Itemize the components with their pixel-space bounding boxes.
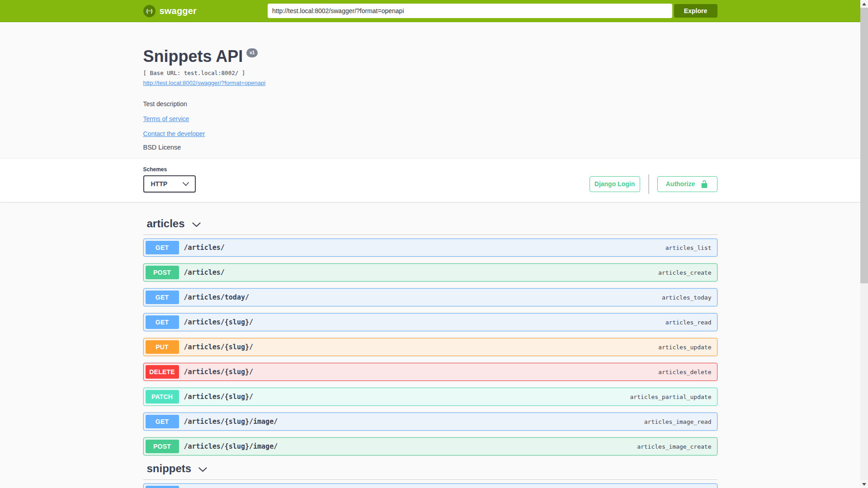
swagger-logo-text: swagger (160, 6, 197, 16)
operation-path: /articles/{slug}/ (184, 318, 254, 326)
scrollbar-up-arrow-icon[interactable] (860, 0, 868, 8)
api-info-section: Snippets API v1 [ Base URL: test.local:8… (143, 22, 717, 158)
method-badge: GET (146, 415, 179, 428)
operation-row[interactable]: GET /articles/ articles_list (143, 239, 717, 257)
terms-of-service-link[interactable]: Terms of service (143, 115, 189, 122)
operations-area: articles GET /articles/ articles_list PO… (143, 202, 717, 488)
operation-row[interactable]: GET /articles/{slug}/image/ articles_ima… (143, 413, 717, 431)
explore-button[interactable]: Explore (674, 4, 717, 18)
authorize-button[interactable]: Authorize (657, 176, 717, 192)
api-description: Test description (143, 100, 717, 108)
operation-id: articles_create (658, 269, 711, 276)
auth-area: Django Login Authorize (590, 175, 717, 192)
scheme-container: Schemes HTTP Django Login Authorize (0, 158, 860, 202)
scheme-select[interactable]: HTTP (143, 175, 196, 192)
operation-row[interactable]: GET /snippets/ snippets_list (143, 483, 717, 488)
method-badge: GET (146, 315, 179, 329)
operation-id: articles_today (662, 294, 712, 301)
operation-id: articles_list (665, 244, 712, 251)
vertical-scrollbar (860, 0, 868, 488)
chevron-down-icon (192, 222, 201, 227)
method-badge: PUT (146, 340, 179, 354)
api-section: articles GET /articles/ articles_list PO… (143, 217, 717, 455)
spec-url-link[interactable]: http://test.local:8002/swagger/?format=o… (143, 80, 266, 86)
chevron-down-icon (183, 182, 189, 186)
section-title: snippets (147, 462, 192, 475)
section-header[interactable]: snippets (143, 462, 717, 480)
method-badge: GET (146, 241, 179, 254)
operation-row[interactable]: DELETE /articles/{slug}/ articles_delete (143, 363, 717, 381)
operation-id: articles_partial_update (630, 394, 711, 400)
api-section: snippets GET /snippets/ snippets_list (143, 462, 717, 488)
operation-id: articles_read (665, 319, 712, 326)
operation-path: /articles/{slug}/image/ (184, 442, 278, 450)
schemes-block: Schemes HTTP (143, 166, 196, 192)
topbar: {···} swagger Explore (0, 0, 860, 22)
page-title: Snippets API (143, 47, 243, 66)
scrollbar-down-arrow-icon[interactable] (860, 480, 868, 488)
contact-developer-link[interactable]: Contact the developer (143, 130, 205, 137)
django-login-button[interactable]: Django Login (590, 176, 640, 192)
operation-row[interactable]: GET /articles/today/ articles_today (143, 288, 717, 306)
license-text: BSD License (143, 144, 717, 151)
operation-path: /articles/ (184, 268, 225, 277)
swagger-page: {···} swagger Explore Snippets API v1 [ … (0, 0, 860, 488)
method-badge: POST (146, 266, 179, 279)
operation-path: /articles/{slug}/ (184, 343, 254, 351)
section-operations: GET /snippets/ snippets_list (143, 480, 717, 488)
base-url-text: [ Base URL: test.local:8002/ ] (143, 70, 717, 76)
swagger-logo: {···} swagger (143, 5, 197, 17)
section-title: articles (147, 217, 185, 230)
swagger-logo-icon: {···} (143, 5, 156, 17)
operation-path: /articles/today/ (184, 293, 250, 301)
scrollbar-thumb[interactable] (860, 8, 868, 283)
schemes-label: Schemes (143, 166, 196, 173)
chevron-down-icon (198, 467, 207, 472)
auth-divider (648, 174, 649, 194)
operation-path: /articles/{slug}/image/ (184, 418, 278, 426)
method-badge: PATCH (146, 390, 179, 404)
spec-url-input[interactable] (268, 4, 672, 18)
operation-row[interactable]: GET /articles/{slug}/ articles_read (143, 313, 717, 331)
operation-row[interactable]: POST /articles/ articles_create (143, 263, 717, 282)
method-badge: DELETE (146, 365, 179, 379)
operation-id: articles_delete (658, 369, 711, 375)
operation-row[interactable]: PATCH /articles/{slug}/ articles_partial… (143, 388, 717, 406)
authorize-button-label: Authorize (666, 180, 695, 188)
explore-form: Explore (268, 4, 717, 18)
method-badge: POST (146, 440, 179, 453)
operation-row[interactable]: POST /articles/{slug}/image/ articles_im… (143, 437, 717, 455)
version-badge: v1 (246, 48, 258, 57)
section-header[interactable]: articles (143, 217, 717, 235)
method-badge: GET (146, 486, 179, 488)
operation-path: /articles/{slug}/ (184, 393, 254, 401)
unlocked-padlock-icon (700, 180, 708, 188)
operation-id: articles_image_create (637, 443, 711, 450)
operation-row[interactable]: PUT /articles/{slug}/ articles_update (143, 338, 717, 356)
scheme-selected-value: HTTP (151, 180, 168, 188)
operation-path: /articles/ (184, 244, 225, 252)
method-badge: GET (146, 291, 179, 304)
section-operations: GET /articles/ articles_list POST /artic… (143, 235, 717, 455)
operation-id: articles_update (658, 344, 711, 351)
operation-id: articles_image_read (644, 418, 712, 425)
operation-path: /articles/{slug}/ (184, 368, 254, 376)
